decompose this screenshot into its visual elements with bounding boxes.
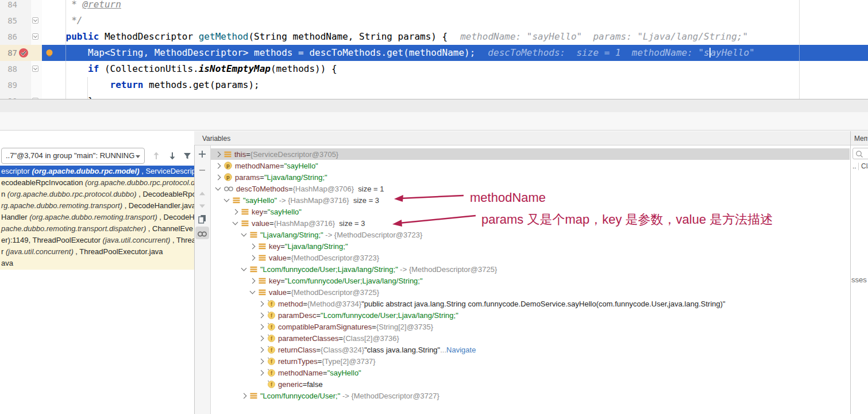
variable-text: paramDesc: [278, 311, 316, 320]
code-line-85[interactable]: 85 */: [0, 13, 868, 29]
variable-row[interactable]: fmethodName = "sayHello": [211, 367, 850, 378]
chevron-right-icon[interactable]: [250, 278, 256, 283]
prev-frame-icon[interactable]: [151, 151, 161, 161]
memory-filter-label[interactable]: ..: [852, 162, 857, 170]
chevron-right-icon[interactable]: [259, 347, 264, 352]
variable-row[interactable]: pparams = "Ljava/lang/String;": [211, 171, 850, 183]
variable-text: =: [280, 277, 285, 285]
code-editor[interactable]: 84 * @return85 */86 public MethodDescrip…: [0, 0, 868, 99]
variable-row[interactable]: key = "Ljava/lang/String;": [211, 240, 850, 252]
variable-text: =: [287, 254, 291, 262]
variable-row[interactable]: value = {MethodDescriptor@3725}: [211, 286, 850, 298]
variables-toolbar-strip: [195, 145, 210, 414]
variable-row[interactable]: "sayHello" -> {HashMap@3716} size = 3: [211, 194, 850, 206]
code-text: Map<String, MethodDescriptor> methods = …: [44, 45, 755, 61]
threads-dropdown[interactable]: ..7"@3,704 in group "main": RUNNING: [1, 148, 145, 164]
variable-text: methodName: [278, 369, 323, 377]
frame-row[interactable]: escriptor (org.apache.dubbo.rpc.model) ,…: [0, 166, 194, 177]
variable-row[interactable]: "Lcom/funnycode/User;" -> {MethodDescrip…: [211, 390, 850, 401]
variable-row[interactable]: "Ljava/lang/String;" -> {MethodDescripto…: [211, 229, 850, 240]
variable-row[interactable]: fmethod = {Method@3734} "public abstract…: [211, 298, 850, 309]
chevron-right-icon[interactable]: [259, 370, 264, 375]
line-number: 86: [0, 29, 17, 45]
variable-row[interactable]: key = "Lcom/funnycode/User;Ljava/lang/St…: [211, 275, 850, 286]
chevron-right-icon[interactable]: [259, 335, 264, 341]
watch-values-icon[interactable]: [195, 228, 209, 240]
add-icon[interactable]: [197, 149, 207, 159]
variable-text: {MethodDescriptor@3725}: [291, 288, 379, 297]
breakpoint-icon[interactable]: [18, 48, 29, 58]
chevron-right-icon[interactable]: [259, 301, 264, 306]
variable-row[interactable]: this = {ServiceDescriptor@3705}: [211, 148, 850, 160]
variable-text: "Lcom/funnycode/User;Ljava/lang/String;": [260, 265, 398, 274]
chevron-down-icon[interactable]: [250, 289, 256, 294]
code-line-90[interactable]: 90 }: [0, 93, 868, 99]
frame-row[interactable]: Handler (org.apache.dubbo.remoting.trans…: [0, 212, 194, 223]
variable-row[interactable]: "Lcom/funnycode/User;Ljava/lang/String;"…: [211, 263, 850, 275]
fold-marker-icon[interactable]: [32, 17, 38, 24]
variable-row[interactable]: freturnClass = {Class@324} "class java.l…: [211, 344, 850, 355]
chevron-right-icon[interactable]: [259, 358, 264, 364]
chevron-right-icon[interactable]: [250, 243, 256, 249]
fold-marker-icon[interactable]: [32, 66, 38, 72]
variable-row[interactable]: descToMethods = {HashMap@3706} size = 1: [211, 183, 850, 194]
chevron-down-icon[interactable]: [233, 220, 238, 225]
chevron-right-icon[interactable]: [215, 163, 221, 168]
copy-stack-icon[interactable]: [197, 213, 207, 224]
chevron-right-icon[interactable]: [215, 151, 221, 157]
search-icon: [854, 149, 865, 159]
code-token: isNotEmptyMap: [199, 63, 271, 74]
remove-icon[interactable]: [197, 165, 207, 175]
variable-row[interactable]: fgeneric = false: [211, 378, 850, 390]
chevron-right-icon[interactable]: [259, 324, 264, 329]
variable-row[interactable]: value = {HashMap@3716} size = 3: [211, 217, 850, 229]
chevron-right-icon[interactable]: [233, 209, 238, 214]
bars-icon: [233, 197, 240, 204]
variable-text: "public abstract java.lang.String com.fu…: [361, 300, 726, 308]
variable-row[interactable]: pmethodName = "sayHello": [211, 160, 850, 171]
filter-frames-icon[interactable]: [182, 151, 192, 161]
scroll-up-icon[interactable]: [197, 189, 207, 199]
code-token: Map<String, MethodDescriptor> methods = …: [44, 47, 475, 58]
code-line-87[interactable]: 87 Map<String, MethodDescriptor> methods…: [0, 45, 868, 61]
fold-marker-icon[interactable]: [32, 33, 38, 40]
code-line-84[interactable]: 84 * @return: [0, 0, 868, 13]
navigate-link[interactable]: Navigate: [446, 346, 476, 354]
variable-text: {Class@324}: [321, 346, 364, 354]
variable-row[interactable]: fparameterClasses = {Class[2]@3736}: [211, 332, 850, 344]
next-frame-icon[interactable]: [167, 151, 178, 161]
chevron-right-icon[interactable]: [241, 393, 247, 398]
chevron-right-icon[interactable]: [215, 174, 221, 180]
chevron-down-icon[interactable]: [241, 266, 247, 271]
bars-icon: [224, 151, 232, 158]
code-token: return: [110, 79, 149, 90]
chevron-right-icon[interactable]: [259, 312, 264, 318]
frame-row[interactable]: rg.apache.dubbo.remoting.transport) , De…: [0, 200, 194, 212]
bars-icon: [241, 220, 249, 227]
chevron-down-icon[interactable]: [215, 185, 221, 191]
frame-row[interactable]: er):1149, ThreadPoolExecutor (java.util.…: [0, 235, 194, 246]
frame-row[interactable]: n (org.apache.dubbo.rpc.protocol.dubbo) …: [0, 189, 194, 200]
frame-class: Handler: [1, 213, 29, 221]
variable-text: =: [316, 346, 321, 354]
frame-row[interactable]: pache.dubbo.remoting.transport.dispatche…: [0, 223, 194, 235]
chevron-down-icon[interactable]: [241, 231, 247, 237]
scroll-down-icon[interactable]: [197, 201, 207, 211]
code-line-89[interactable]: 89 return methods.get(params);: [0, 77, 868, 93]
frame-row[interactable]: ecodeableRpcInvocation (org.apache.dubbo…: [0, 177, 194, 189]
frame-row[interactable]: ava: [0, 258, 194, 269]
variable-row[interactable]: fcompatibleParamSignatures = {String[2]@…: [211, 321, 850, 332]
frame-row[interactable]: r (java.util.concurrent) , ThreadPoolExe…: [0, 246, 194, 258]
frame-class: , Thread: [170, 236, 194, 244]
variable-row[interactable]: value = {MethodDescriptor@3723}: [211, 252, 850, 263]
variable-row[interactable]: freturnTypes = {Type[2]@3737}: [211, 355, 850, 367]
chevron-down-icon[interactable]: [224, 197, 230, 202]
variable-row[interactable]: fparamDesc = "Lcom/funnycode/User;Ljava/…: [211, 309, 850, 321]
chevron-right-icon[interactable]: [250, 255, 256, 260]
memory-search-input[interactable]: [852, 148, 868, 159]
code-line-88[interactable]: 88 if (CollectionUtils.isNotEmptyMap(met…: [0, 61, 868, 77]
variable-row[interactable]: key = "sayHello": [211, 206, 850, 217]
field-icon: f: [267, 357, 275, 365]
code-line-86[interactable]: 86 public MethodDescriptor getMethod(Str…: [0, 29, 868, 45]
paired-circles-icon: [224, 186, 233, 192]
